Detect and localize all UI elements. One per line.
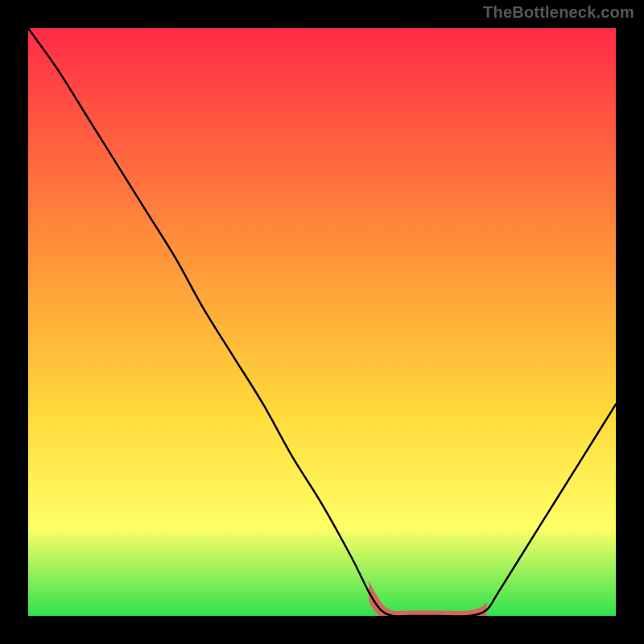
bottleneck-chart (28, 28, 616, 616)
plot-area (28, 28, 616, 616)
gradient-background (28, 28, 616, 616)
attribution-text: TheBottleneck.com (483, 3, 634, 22)
chart-container: TheBottleneck.com (0, 0, 644, 644)
